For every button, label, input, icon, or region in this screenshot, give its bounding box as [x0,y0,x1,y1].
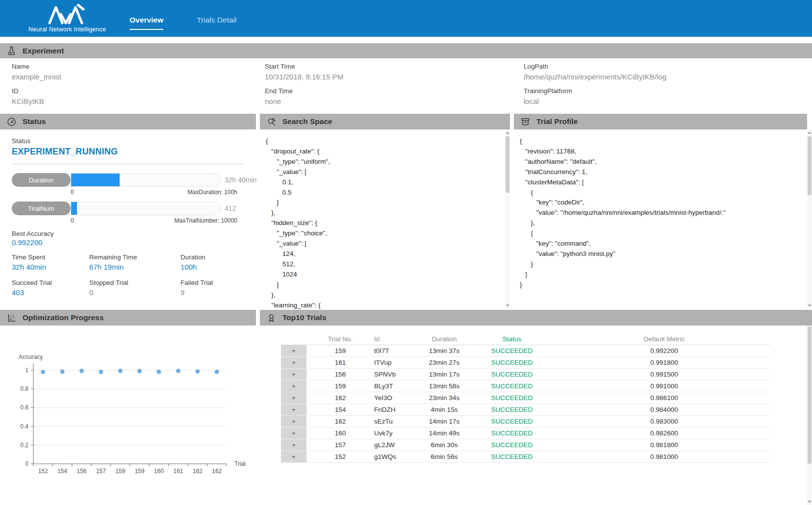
scroll-thumb[interactable] [808,136,812,195]
expand-row-button[interactable]: + [281,428,306,439]
field-value: none [265,97,343,105]
expand-row-button[interactable]: + [281,416,306,427]
scatter-point[interactable] [99,370,103,374]
cell-status: SUCCEEDED [465,406,558,413]
right-scrollbar-bottom[interactable] [807,326,812,505]
tab-trials-detail[interactable]: Trials Detail [197,16,236,30]
expand-row-button[interactable]: + [281,357,306,368]
cell-id: gL2JW [374,441,423,449]
cell-trial-no: 161 [306,359,374,366]
cell-default-metric: 0.981000 [558,453,770,460]
y-tick-label: 0.6 [20,404,28,411]
scatter-point[interactable] [41,370,45,374]
scroll-thumb[interactable] [808,327,812,464]
expand-row-button[interactable]: + [281,345,306,356]
right-scrollbar-middle[interactable] [807,129,812,309]
x-tick-label: 156 [76,468,86,475]
x-tick-label: 157 [96,468,106,475]
status-label: Status [12,137,244,145]
scatter-point[interactable] [137,369,142,373]
experiment-column: LogPath/home/quzha/nni/experiments/KCiBy… [524,63,666,112]
scatter-point[interactable] [215,370,219,374]
expand-row-button[interactable]: + [281,392,306,404]
cell-id: Uvk7y [374,429,423,437]
top-trials-section-bar: Top10 Trials [260,310,812,326]
expand-row-button[interactable]: + [281,404,306,415]
top-trials-section-title: Top10 Trials [282,313,326,322]
x-tick-label: 161 [173,468,183,475]
app-header: Neural Network Intelligence OverviewTria… [0,0,812,37]
experiment-column: Nameexample_mnistIDKCiBytKB [12,63,61,112]
stat-remaining-time: Remaining Time67h 19min [89,253,180,271]
divider [12,164,244,164]
stat-duration: Duration100h [180,253,244,271]
field-label: ID [12,87,61,95]
cell-default-metric: 0.991500 [558,371,770,378]
cell-duration: 6min 56s [423,453,465,460]
stat-value: 403 [12,288,89,297]
scatter-point[interactable] [118,369,123,373]
scroll-down-icon[interactable] [808,501,812,503]
cell-status: SUCCEEDED [465,371,558,378]
nni-brand: Neural Network Intelligence [28,4,106,33]
expand-row-button[interactable]: + [281,451,306,462]
scatter-point[interactable] [195,369,200,374]
scatter-chart-icon [7,313,16,323]
table-row: + 159 BLy3T 13min 58s SUCCEEDED 0.991000 [281,380,770,392]
cell-default-metric: 0.981800 [558,441,770,449]
stat-label: Stopped Trial [89,279,180,286]
gauge-icon [7,117,16,126]
cell-duration: 6min 30s [423,441,465,449]
table-row: + 160 Uvk7y 14min 49s SUCCEEDED 0.982600 [281,428,770,439]
scroll-down-icon[interactable] [506,304,509,307]
table-row: + 156 SPNVb 13min 17s SUCCEEDED 0.991500 [281,369,770,380]
search-space-section-bar: Search Space [260,114,510,129]
progress-max: MaxDuration: 100h [188,189,237,197]
cell-status: SUCCEEDED [465,429,558,437]
x-tick-label: 159 [115,468,125,475]
scatter-point[interactable] [79,369,84,373]
tab-overview[interactable]: Overview [129,16,163,30]
progress-max: MaxTrialNumber: 10000 [175,217,237,225]
progress-min: 0 [71,217,74,225]
scatter-point[interactable] [60,370,65,374]
cell-duration: 14min 17s [423,418,465,425]
table-row: + 154 FnDZH 4min 15s SUCCEEDED 0.984000 [281,404,770,416]
progress-track [66,173,221,187]
scroll-up-icon[interactable] [808,131,812,134]
progress-bars: Duration 32h 40min 0 MaxDuration: 100h T… [12,173,244,225]
field-value: KCiBytKB [12,97,61,105]
expand-row-button[interactable]: + [281,439,306,451]
stat-value: 100h [180,263,244,271]
scroll-thumb[interactable] [506,136,509,193]
scatter-point[interactable] [176,369,180,373]
expand-row-button[interactable]: + [281,380,306,392]
cell-trial-no: 157 [306,441,374,449]
optimization-section-title: Optimization Progress [23,313,103,322]
scroll-down-icon[interactable] [808,304,812,307]
status-section-title: Status [23,117,46,126]
table-row: + 159 t0I7T 13min 37s SUCCEEDED 0.992200 [281,345,770,357]
cell-status: SUCCEEDED [465,418,558,425]
y-tick-label: 0.4 [20,423,28,430]
x-tick-label: 152 [38,468,48,475]
optimization-chart: Accuracy00.20.40.60.81152154156157159159… [0,341,256,488]
stat-succeed-trial: Succeed Trial403 [12,279,89,297]
cell-id: YeI3O [374,394,423,402]
cell-duration: 23min 34s [423,394,465,402]
nni-logo-icon [47,4,87,25]
search-space-scrollbar[interactable] [505,129,510,309]
stat-failed-trial: Failed Trial9 [180,279,244,297]
experiment-section-title: Experiment [23,47,64,55]
stat-value: 0 [89,288,180,297]
scatter-point[interactable] [157,370,161,374]
y-tick-label: 1 [25,367,28,374]
expand-row-button[interactable]: + [281,369,306,380]
field-label: TrainingPlatform [524,87,666,95]
scroll-up-icon[interactable] [506,131,509,134]
y-axis-title: Accuracy [19,354,43,360]
cell-default-metric: 0.984000 [558,406,770,413]
table-row: + 162 sEzTu 14min 17s SUCCEEDED 0.983000 [281,416,770,428]
cell-duration: 4min 15s [423,406,465,413]
cell-default-metric: 0.982600 [558,429,770,437]
